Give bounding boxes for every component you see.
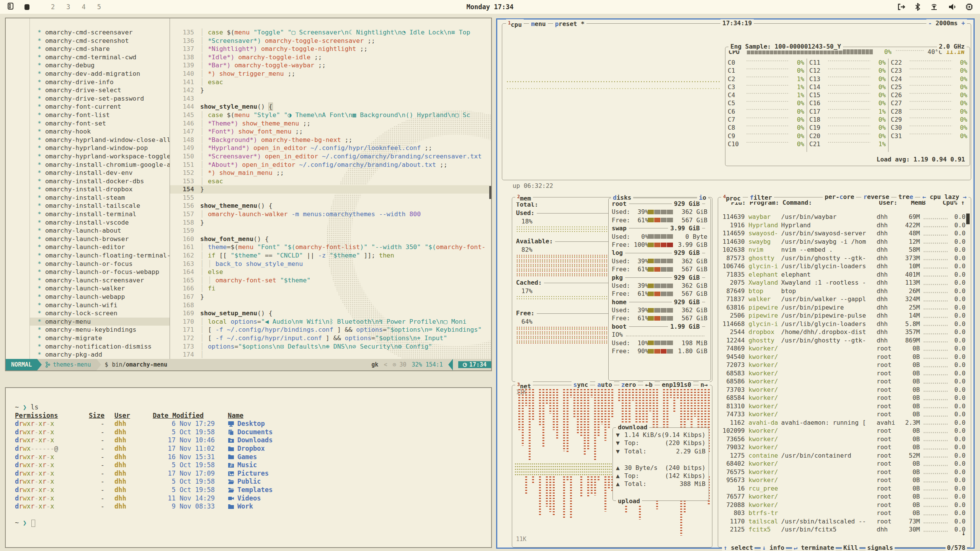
process-row[interactable]: 87573ghostty/usr/bin/ghostty --gtk-dhh37… xyxy=(720,254,965,262)
interval-increase[interactable]: + xyxy=(961,20,965,27)
file-item[interactable]: * omarchy-cmd-share xyxy=(30,45,170,53)
cpu-chip-icon[interactable] xyxy=(965,3,973,11)
process-row[interactable]: 102099kworker/root0B0.0 xyxy=(720,427,965,435)
file-item[interactable]: * omarchy-launch-floating-terminal- xyxy=(30,251,170,260)
menu-button[interactable]: menu xyxy=(529,20,548,28)
process-list[interactable]: 114639waybar/usr/bin/waybardhh69M0.01916… xyxy=(720,213,965,539)
file-item[interactable]: * omarchy-install-steam xyxy=(30,194,170,202)
file-item[interactable]: * omarchy-cmd-screenshot xyxy=(30,37,170,45)
file-item[interactable]: * omarchy-hyprland-window-close-all xyxy=(30,136,170,144)
proc-footer-terminate[interactable]: ↵ terminate xyxy=(792,544,836,551)
file-tree[interactable]: * omarchy-cmd-screensaver* omarchy-cmd-s… xyxy=(30,28,170,359)
file-item[interactable]: * omarchy-menu xyxy=(30,318,170,326)
process-row[interactable]: 2075XwaylandXwayland :1 -rootless -dhh11… xyxy=(720,279,965,287)
wifi-hotspot-icon[interactable] xyxy=(929,3,939,11)
proc-per-core-button[interactable]: per-core xyxy=(823,193,856,201)
process-row[interactable]: 73656kworker/root0B0.0 xyxy=(720,435,965,443)
proc-cpu-sort-nav[interactable]: ← cpu lazy → xyxy=(920,193,969,201)
bluetooth-icon[interactable] xyxy=(915,3,920,11)
editor-window[interactable]: * omarchy-cmd-screensaver* omarchy-cmd-s… xyxy=(5,18,492,371)
code-editor[interactable]: │ case $(menu "Toggle" "▢ Screensaver\n☾… xyxy=(200,28,490,359)
filter-button[interactable]: filter xyxy=(748,194,774,202)
process-row[interactable]: 2506pipewire/usr/bin/pipewire-pulsedhh14… xyxy=(720,311,965,320)
proc-scrollbar-thumb[interactable] xyxy=(966,214,970,224)
process-row[interactable]: 68586kworker/root0B0.0 xyxy=(720,377,965,386)
process-row[interactable]: 1162avahi-daavahi-daemon: running [avahi… xyxy=(720,419,965,427)
logout-icon[interactable] xyxy=(897,3,906,10)
proc-footer-signals[interactable]: signals xyxy=(866,544,894,551)
file-item[interactable]: * omarchy-pkg-add xyxy=(30,350,170,359)
file-item[interactable]: * omarchy-launch-walker xyxy=(30,284,170,293)
process-row[interactable]: 95673kworker/root0B0.0 xyxy=(720,476,965,484)
file-item[interactable]: * omarchy-lock-screen xyxy=(30,309,170,318)
process-row[interactable]: 68584kworker/root0B0.0 xyxy=(720,394,965,402)
process-row[interactable]: 12244ghostty/usr/bin/ghostty --gtk-dhh86… xyxy=(720,336,965,345)
process-row[interactable]: 74733kworker/root0B0.0 xyxy=(720,410,965,419)
terminal-window[interactable]: ~ ❯ ls PermissionsSizeUserDate ModifiedN… xyxy=(5,387,492,548)
process-row[interactable]: 79032kworker/root0B0.0 xyxy=(720,443,965,452)
volume-icon[interactable] xyxy=(948,3,956,11)
file-item[interactable]: * omarchy-cmd-terminal-cwd xyxy=(30,53,170,62)
process-row[interactable]: 68402kworker/root0B0.0 xyxy=(720,460,965,468)
file-item[interactable]: * omarchy-notification-dismiss xyxy=(30,342,170,351)
process-row[interactable]: 76577kworker/root0B0.0 xyxy=(720,492,965,501)
file-item[interactable]: * omarchy-launch-about xyxy=(30,227,170,235)
process-row[interactable]: 102638nvimnvim --embed .dhh58M0.0 xyxy=(720,246,965,254)
file-item[interactable]: * omarchy-launch-editor xyxy=(30,243,170,251)
file-item[interactable]: * omarchy-launch-browser xyxy=(30,235,170,243)
process-row[interactable]: 68583kworker/root0B0.0 xyxy=(720,369,965,378)
proc-footer-info[interactable]: ↓ info xyxy=(761,544,786,551)
process-row[interactable]: 16rcu_preeroot0B0.0 xyxy=(720,484,965,493)
file-item[interactable]: * omarchy-install-dev-env xyxy=(30,169,170,177)
file-item[interactable]: * omarchy-install-tailscale xyxy=(30,202,170,210)
file-item[interactable]: * omarchy-drive-info xyxy=(30,78,170,86)
proc-tree-button[interactable]: tree xyxy=(897,193,915,201)
proc-reverse-button[interactable]: reverse xyxy=(861,193,891,201)
process-row[interactable]: 114639waybar/usr/bin/waybardhh69M0.0 xyxy=(720,213,965,221)
process-row[interactable]: 76575kworker/root0B0.0 xyxy=(720,468,965,476)
io-tab[interactable]: io xyxy=(697,194,708,202)
file-item[interactable]: * omarchy-install-vscode xyxy=(30,218,170,227)
process-row[interactable]: 114659swayosd-/usr/bin/swayosd-serverdhh… xyxy=(720,229,965,238)
pane-separator[interactable] xyxy=(170,18,170,359)
process-row[interactable]: 2125fcitx5/usr/bin/fcitx5dhh30M0.0 xyxy=(720,525,965,534)
preset-button[interactable]: preset * xyxy=(553,20,586,28)
file-item[interactable]: * omarchy-drive-set-password xyxy=(30,95,170,103)
process-row[interactable]: 114630swaybg/usr/bin/swaybg -i /homdhh12… xyxy=(720,238,965,246)
file-item[interactable]: * omarchy-drive-select xyxy=(30,86,170,95)
editor-scrollbar-thumb[interactable] xyxy=(489,186,491,199)
file-item[interactable]: * omarchy-install-docker-dbs xyxy=(30,177,170,186)
process-row[interactable]: 73703kworker/root0B0.0 xyxy=(720,386,965,394)
file-item[interactable]: * omarchy-hyprland-window-pop xyxy=(30,144,170,152)
process-row[interactable]: 72073kworker/root0B0.0 xyxy=(720,361,965,369)
file-item[interactable]: * omarchy-launch-webapp xyxy=(30,293,170,301)
file-item[interactable]: * omarchy-debug xyxy=(30,61,170,70)
file-item[interactable]: * omarchy-menu-keybindings xyxy=(30,326,170,334)
proc-footer-select[interactable]: ↑ select xyxy=(722,544,755,551)
process-row[interactable]: 87649btopbtopdhh26M0.0 xyxy=(720,287,965,295)
process-row[interactable]: 63816pipewire/usr/bin/pipewiredhh25M0.0 xyxy=(720,303,965,312)
proc-footer-Kill[interactable]: Kill xyxy=(842,544,860,551)
process-row[interactable]: 803btrfs-trroot0B0.0 xyxy=(720,509,965,517)
process-row[interactable]: 81310kworker/root0B0.0 xyxy=(720,402,965,411)
process-row[interactable]: 1170tailscal/usr/sbin/tailscaled --root7… xyxy=(720,517,965,526)
file-item[interactable]: * omarchy-launch-screensaver xyxy=(30,276,170,285)
process-row[interactable]: 94540kworker/root0B0.0 xyxy=(720,353,965,361)
file-item[interactable]: * omarchy-launch-or-focus-webapp xyxy=(30,268,170,276)
process-row[interactable]: 114668glycin-i/usr/lib/glycin-loadersdhh… xyxy=(720,320,965,328)
scroll-down-hint[interactable]: ↓ xyxy=(962,529,965,537)
file-item[interactable]: * omarchy-font-set xyxy=(30,119,170,128)
process-row[interactable]: 106746glycin-i/usr/lib/glycin-loadersdhh… xyxy=(720,262,965,271)
process-row[interactable]: 71835elephantelephantdhh401M0.0 xyxy=(720,271,965,279)
file-item[interactable]: * omarchy-cmd-screensaver xyxy=(30,28,170,37)
file-item[interactable]: * omarchy-dev-add-migration xyxy=(30,70,170,78)
process-row[interactable]: 74869kworker/root0B0.0 xyxy=(720,344,965,353)
process-row[interactable]: 1916HyprlandHyprlanddhh422M0.0 xyxy=(720,221,965,230)
file-item[interactable]: * omarchy-install-chromium-google-a xyxy=(30,161,170,169)
file-item[interactable]: * omarchy-font-list xyxy=(30,111,170,119)
shell-prompt-line[interactable]: ~ ❯ xyxy=(15,519,491,527)
file-item[interactable]: * omarchy-launch-wifi xyxy=(30,301,170,310)
process-row[interactable]: 1275containe/usr/bin/containerdroot52M0.… xyxy=(720,452,965,460)
process-row[interactable]: 72088kworker/root0B0.0 xyxy=(720,501,965,509)
process-row[interactable]: 2544dropbox/home/dhh/.dropbox-distdhh357… xyxy=(720,328,965,336)
